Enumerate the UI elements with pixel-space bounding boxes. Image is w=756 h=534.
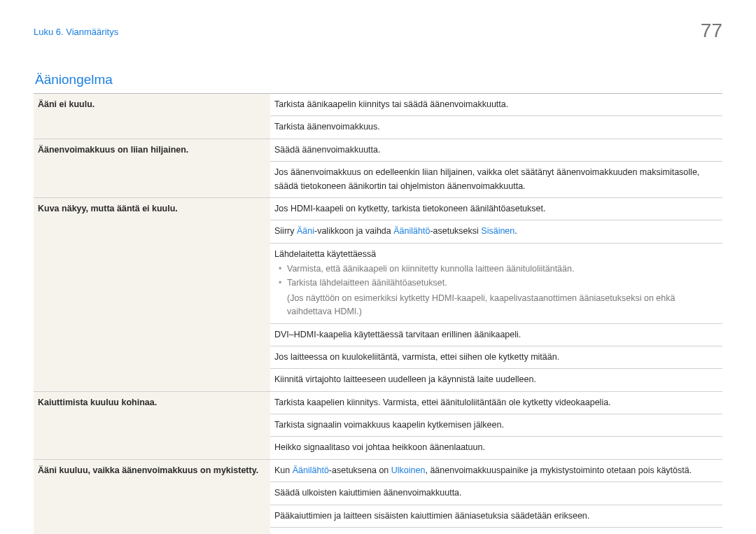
text-fragment: -asetukseksi (430, 226, 481, 236)
text-fragment: , äänenvoimakkuuspainike ja mykistystoim… (425, 465, 692, 475)
solution-cell: Tarkista äänenvoimakkuus. (270, 116, 722, 139)
table-row: Ääni ei kuulu. Tarkista äänikaapelin kii… (34, 94, 722, 116)
solution-cell: Jos HDMI-kaapeli on kytketty, tarkista t… (270, 197, 722, 220)
text-fragment: Siirry (274, 226, 297, 236)
solution-cell: Säädä äänenvoimakkuutta. (270, 139, 722, 161)
list-item: Varmista, että äänikaapeli on kiinnitett… (279, 262, 718, 276)
text-fragment: -asetuksena on (329, 465, 391, 475)
solution-cell: DVI–HDMI-kaapelia käytettäessä tarvitaan… (270, 323, 722, 346)
solution-cell: Jos laitteessa on kuulokeliitäntä, varmi… (270, 346, 722, 368)
text-fragment: -valikkoon ja vaihda (314, 226, 393, 236)
page: 77 Luku 6. Vianmääritys Ääniongelma Ääni… (0, 0, 756, 534)
table-row: Kuva näkyy, mutta ääntä ei kuulu. Jos HD… (34, 197, 722, 220)
breadcrumb: Luku 6. Vianmääritys (34, 27, 722, 37)
menu-ref: Ulkoinen (391, 465, 426, 475)
menu-ref: Äänilähtö (393, 226, 430, 236)
solution-cell: Jos äänenvoimakkuus on edelleenkin liian… (270, 162, 722, 198)
paren-note: (Jos näyttöön on esimerkiksi kytketty HD… (274, 292, 718, 319)
solution-cell: Kun Äänilähtö-asetuksena on Ulkoinen, ää… (270, 459, 722, 482)
issue-cell: Ääni kuuluu, vaikka äänenvoimakkuus on m… (34, 459, 270, 534)
issue-cell: Äänenvoimakkuus on liian hiljainen. (34, 139, 270, 197)
solution-cell: Tarkista signaalin voimakkuus kaapelin k… (270, 414, 722, 437)
solution-cell: Laitteen äänenvoimakkuuden muuttaminen t… (270, 527, 722, 534)
table-row: Äänenvoimakkuus on liian hiljainen. Sääd… (34, 139, 722, 161)
issue-cell: Kaiuttimista kuuluu kohinaa. (34, 391, 270, 459)
bullet-list: Varmista, että äänikaapeli on kiinnitett… (274, 262, 718, 290)
sub-heading: Lähdelaitetta käytettäessä (274, 248, 718, 261)
solution-cell: Tarkista kaapelien kiinnitys. Varmista, … (270, 391, 722, 414)
solution-cell: Pääkaiuttimien ja laitteen sisäisten kai… (270, 505, 722, 527)
text-fragment: Kun (274, 465, 293, 475)
solution-cell: Heikko signaalitaso voi johtaa heikkoon … (270, 437, 722, 459)
page-number: 77 (701, 20, 722, 42)
solution-cell: Säädä ulkoisten kaiuttimien äänenvoimakk… (270, 482, 722, 505)
solution-cell: Kiinnitä virtajohto laitteeseen uudellee… (270, 369, 722, 391)
text-fragment: . (514, 226, 517, 236)
troubleshoot-table: Ääni ei kuulu. Tarkista äänikaapelin kii… (34, 93, 722, 534)
menu-ref: Äänilähtö (293, 465, 329, 475)
table-row: Ääni kuuluu, vaikka äänenvoimakkuus on m… (34, 459, 722, 482)
issue-cell: Kuva näkyy, mutta ääntä ei kuulu. (34, 197, 270, 391)
menu-ref: Sisäinen (481, 226, 514, 236)
solution-cell: Tarkista äänikaapelin kiinnitys tai sääd… (270, 94, 722, 116)
table-row: Kaiuttimista kuuluu kohinaa. Tarkista ka… (34, 391, 722, 414)
solution-cell: Siirry Ääni-valikkoon ja vaihda Ääniläht… (270, 220, 722, 243)
section-title: Ääniongelma (34, 72, 722, 87)
solution-cell: Lähdelaitetta käytettäessä Varmista, ett… (270, 243, 722, 323)
list-item: Tarkista lähdelaitteen äänilähtöasetukse… (279, 276, 718, 290)
menu-ref: Ääni (297, 226, 314, 236)
issue-cell: Ääni ei kuulu. (34, 94, 270, 139)
